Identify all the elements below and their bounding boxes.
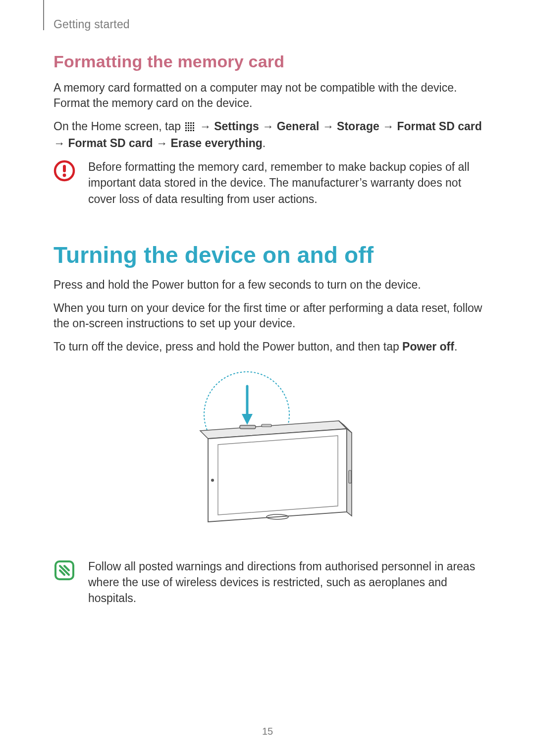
subheading-formatting: Formatting the memory card [54,52,485,71]
svg-rect-0 [185,122,187,124]
manual-page: Getting started Formatting the memory ca… [0,0,535,756]
svg-rect-2 [190,122,192,124]
first-time-paragraph: When you turn on your device for the fir… [54,301,485,331]
svg-rect-6 [190,125,192,126]
svg-rect-17 [63,165,66,172]
power-off-bold: Power off [402,340,454,353]
power-off-pre: To turn off the device, press and hold t… [54,340,402,353]
page-number: 15 [0,726,535,737]
arrow-5: → [54,137,68,150]
svg-rect-3 [193,122,194,124]
tablet-power-illustration [170,366,369,525]
svg-rect-4 [185,125,187,126]
svg-rect-13 [188,130,189,131]
path-intro-text: On the Home screen, tap [54,120,184,133]
arrow-2: → [259,120,277,133]
note-text: Follow all posted warnings and direction… [88,558,485,606]
arrow-6: → [153,137,171,150]
note-icon [54,558,77,606]
apps-grid-icon [185,120,195,136]
path-storage: Storage [337,120,379,133]
power-off-post: . [454,340,457,353]
arrow-4: → [379,120,397,133]
svg-rect-8 [185,127,187,129]
header-tab-rule [43,0,44,30]
device-figure [54,366,485,525]
path-general: General [277,120,320,133]
svg-rect-23 [240,425,256,429]
path-period: . [263,137,266,150]
svg-rect-1 [188,122,189,124]
path-erase: Erase everything [170,137,262,150]
section-breadcrumb: Getting started [54,18,485,31]
warning-callout: Before formatting the memory card, remem… [54,159,485,207]
power-on-paragraph: Press and hold the Power button for a fe… [54,277,485,293]
note-callout: Follow all posted warnings and direction… [54,558,485,606]
svg-rect-31 [349,470,351,483]
svg-rect-24 [262,424,271,427]
svg-rect-9 [188,127,189,129]
arrow-1: → [196,120,214,133]
svg-rect-11 [193,127,194,129]
path-settings: Settings [214,120,259,133]
svg-rect-5 [188,125,189,126]
svg-rect-7 [193,125,194,126]
svg-point-18 [63,174,66,177]
svg-rect-14 [190,130,192,131]
svg-marker-21 [242,414,253,425]
power-off-paragraph: To turn off the device, press and hold t… [54,339,485,354]
path-format-sd-1: Format SD card [397,120,482,133]
format-path-paragraph: On the Home screen, tap → Settings → Gen… [54,119,485,151]
format-intro-paragraph: A memory card formatted on a computer ma… [54,80,485,111]
path-format-sd-2: Format SD card [68,137,153,150]
svg-point-29 [211,479,214,482]
svg-marker-28 [218,436,338,515]
warning-text: Before formatting the memory card, remem… [88,159,485,207]
svg-rect-10 [190,127,192,129]
svg-rect-12 [185,130,187,131]
arrow-3: → [319,120,337,133]
svg-rect-15 [193,130,194,131]
heading-turning-on-off: Turning the device on and off [54,242,485,268]
warning-icon [54,159,77,207]
